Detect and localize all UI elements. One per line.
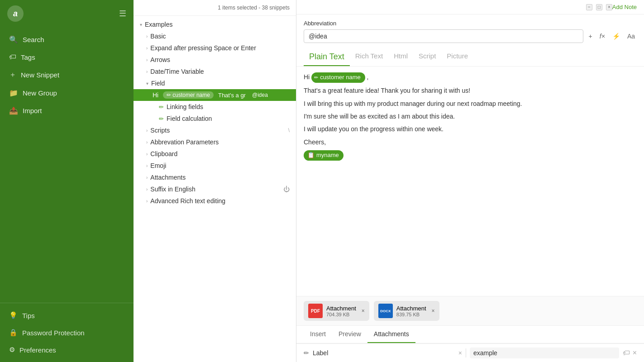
- myname-pill[interactable]: 📋 myname: [304, 150, 343, 161]
- chevron-right-icon: ›: [146, 34, 148, 39]
- customer-name-pill[interactable]: ✏ customer name: [311, 72, 365, 83]
- sidebar: a ☰ 🔍 Search 🏷 Tags ＋ New Snippet 📁 New …: [0, 0, 134, 362]
- tree-item-linking[interactable]: ✏ Linking fields: [134, 101, 296, 113]
- tab-picture[interactable]: Picture: [441, 50, 473, 66]
- tag-icon[interactable]: 🏷: [623, 349, 630, 357]
- attachment-1-size: 704.39 KB: [326, 312, 356, 317]
- docx-icon: DOCX: [378, 304, 393, 318]
- tree-item-datetime[interactable]: › Date/Time Variable: [134, 66, 296, 77]
- right-panel: − □ × Add Note Abbreviation + f× ⚡ Aa Pl…: [296, 0, 644, 362]
- tab-attachments[interactable]: Attachments: [367, 326, 415, 343]
- abbreviation-input[interactable]: [304, 29, 583, 43]
- tab-html[interactable]: Html: [388, 50, 413, 66]
- lightning-button[interactable]: ⚡: [611, 32, 622, 41]
- selection-header: 1 items selected - 38 snippets: [134, 0, 296, 16]
- sidebar-tips-label: Tips: [22, 312, 35, 319]
- sidebar-item-search[interactable]: 🔍 Search: [0, 31, 134, 48]
- attachment-1-info: Attachment 704.39 KB: [326, 305, 356, 317]
- function-button[interactable]: f×: [598, 32, 607, 41]
- tree-item-arrows[interactable]: › Arrows: [134, 54, 296, 66]
- example-input[interactable]: [470, 348, 619, 358]
- middle-panel: 1 items selected - 38 snippets ▾ Example…: [134, 0, 296, 362]
- snippet-tree: ▾ Examples › Basic › Expand after pressi…: [134, 16, 296, 362]
- tree-item-advanced-rich[interactable]: › Advanced Rich text editing: [134, 195, 296, 207]
- tab-script[interactable]: Script: [413, 50, 441, 66]
- tree-label-advanced-rich: Advanced Rich text editing: [150, 197, 225, 205]
- chevron-right-icon: ›: [146, 69, 148, 74]
- label-row: ✏ × 🏷 ×: [296, 343, 644, 362]
- chevron-right-icon: ›: [146, 57, 148, 62]
- chevron-right-icon: ›: [146, 140, 148, 145]
- sidebar-item-import-label: Import: [23, 107, 42, 114]
- attachment-item-1: PDF Attachment 704.39 KB ×: [304, 301, 369, 321]
- label-input[interactable]: [313, 348, 455, 358]
- sidebar-item-new-snippet-label: New Snippet: [21, 71, 59, 79]
- sidebar-item-new-snippet[interactable]: ＋ New Snippet: [0, 66, 134, 84]
- tree-item-scripts[interactable]: › Scripts \: [134, 124, 296, 136]
- chevron-right-icon: ›: [146, 175, 148, 180]
- search-icon: 🔍: [9, 35, 18, 44]
- snippet-editor[interactable]: Hi ✏ customer name , That's a great feat…: [296, 67, 644, 296]
- window-controls: − □ ×: [586, 4, 612, 10]
- abbreviation-input-row: + f× ⚡ Aa: [304, 29, 637, 43]
- sidebar-password-label: Password Protection: [22, 329, 85, 337]
- abbreviation-section: Abbreviation + f× ⚡ Aa: [296, 14, 644, 47]
- attachment-1-name: Attachment: [326, 305, 356, 312]
- tree-item-suffix-english[interactable]: › Suffix in English ⏻: [134, 183, 296, 195]
- tree-item-expand-space[interactable]: › Expand after pressing Space or Enter: [134, 42, 296, 54]
- attachment-2-close[interactable]: ×: [432, 308, 435, 314]
- tree-item-examples[interactable]: ▾ Examples: [134, 19, 296, 30]
- chevron-right-icon: ›: [146, 199, 148, 204]
- tree-item-field[interactable]: ▾ Field: [134, 77, 296, 89]
- tree-label-field: Field: [151, 80, 165, 87]
- sidebar-item-new-group-label: New Group: [23, 89, 57, 97]
- tree-label-linking: Linking fields: [167, 103, 203, 110]
- sidebar-item-tips[interactable]: 💡 Tips: [0, 307, 134, 324]
- tags-icon: 🏷: [9, 53, 16, 61]
- tree-label-basic: Basic: [150, 33, 166, 40]
- tree-item-basic[interactable]: › Basic: [134, 30, 296, 42]
- chevron-right-icon: ›: [146, 152, 148, 157]
- sidebar-item-import[interactable]: 📤 Import: [0, 102, 134, 119]
- attachment-item-2: DOCX Attachment 839.75 KB ×: [374, 301, 439, 321]
- tree-item-clipboard[interactable]: › Clipboard: [134, 148, 296, 160]
- label-clear-button[interactable]: ×: [458, 349, 462, 357]
- tree-item-attachments[interactable]: › Attachments: [134, 171, 296, 183]
- tab-insert[interactable]: Insert: [304, 326, 332, 343]
- tree-item-hi-field[interactable]: Hi ✏ customer name That's a gr @idea: [134, 89, 296, 101]
- divider: [466, 348, 466, 357]
- sidebar-item-preferences[interactable]: ⚙ Preferences: [0, 341, 134, 358]
- minimize-button[interactable]: −: [586, 4, 592, 10]
- attachment-1-close[interactable]: ×: [362, 308, 365, 314]
- format-button[interactable]: Aa: [625, 32, 637, 41]
- menu-icon[interactable]: ☰: [119, 9, 126, 19]
- close-button[interactable]: ×: [606, 4, 612, 10]
- tree-item-field-calc[interactable]: ✏ Field calculation: [134, 113, 296, 124]
- tab-rich-text[interactable]: Rich Text: [350, 50, 388, 66]
- attachment-2-info: Attachment 839.75 KB: [396, 305, 426, 317]
- remove-icon[interactable]: ×: [633, 349, 637, 357]
- new-snippet-icon: ＋: [9, 70, 16, 80]
- pdf-icon: PDF: [308, 304, 323, 318]
- chevron-right-icon: ›: [146, 128, 148, 133]
- tree-label-arrows: Arrows: [150, 56, 170, 63]
- tree-label-hi: Hi: [153, 91, 158, 99]
- snippet-preview: That's a gr: [218, 92, 246, 99]
- sidebar-item-new-group[interactable]: 📁 New Group: [0, 84, 134, 102]
- tree-label-clipboard: Clipboard: [150, 150, 177, 157]
- sidebar-preferences-label: Preferences: [19, 346, 56, 354]
- greeting-text: Hi: [304, 73, 311, 81]
- content-myname: 📋 myname: [304, 150, 637, 161]
- add-note-button[interactable]: Add Note: [612, 4, 637, 10]
- sidebar-item-password[interactable]: 🔒 Password Protection: [0, 324, 134, 341]
- tree-item-emoji[interactable]: › Emoji: [134, 160, 296, 171]
- tab-plain-text[interactable]: Plain Text: [304, 50, 350, 66]
- add-button[interactable]: +: [587, 32, 594, 41]
- password-icon: 🔒: [9, 329, 18, 337]
- myname-icon: 📋: [307, 151, 315, 160]
- content-line4: I'm sure she will be as excited as I am …: [304, 111, 637, 121]
- tab-preview[interactable]: Preview: [332, 326, 367, 343]
- tree-item-abbrev-params[interactable]: › Abbrevation Parameters: [134, 136, 296, 148]
- maximize-button[interactable]: □: [596, 4, 602, 10]
- sidebar-item-tags[interactable]: 🏷 Tags: [0, 48, 134, 66]
